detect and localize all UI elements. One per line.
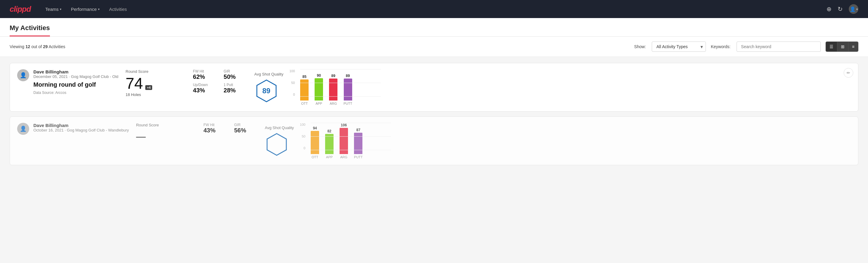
avatar-chevron: ▾ xyxy=(856,7,858,11)
score-badge: +4 xyxy=(145,85,152,90)
page-header: My Activities xyxy=(0,18,868,37)
quality-label: Avg Shot Quality xyxy=(254,72,284,77)
round-score-label: Round Score xyxy=(126,69,186,74)
round-score-label: Round Score xyxy=(136,123,196,127)
gir-label: GIR xyxy=(224,69,247,74)
nav-actions: ⊕ ↻ 👤 ▾ xyxy=(827,4,858,14)
keywords-label: Keywords: xyxy=(711,44,730,49)
avatar: 👤 xyxy=(17,123,29,135)
updown-metric: Up/Down 43% xyxy=(193,83,217,94)
activities-content: 👤 Dave Billingham December 05, 2021 · Go… xyxy=(0,57,868,176)
oneputt-metric: 1 Putt 28% xyxy=(224,83,247,94)
nav-activities[interactable]: Activities xyxy=(109,5,127,13)
filter-bar: Viewing 12 out of 29 Activities Show: Al… xyxy=(0,37,868,57)
bar-chart: 10050085OTT90APP89ARG89PUTT xyxy=(289,69,380,105)
list-condensed-view-button[interactable]: ☰ xyxy=(826,42,837,52)
activity-card: 👤 Dave Billingham December 05, 2021 · Go… xyxy=(10,63,858,112)
show-label: Show: xyxy=(634,44,646,49)
fw-hit-label: FW Hit xyxy=(203,123,227,127)
round-score-section: Round Score 74 +4 18 Holes xyxy=(126,69,186,97)
avatar-icon: 👤 xyxy=(850,6,856,12)
score-value: — xyxy=(136,129,146,141)
player-name: Dave Billingham xyxy=(33,123,129,128)
count-total: 29 xyxy=(43,44,48,49)
quality-col: Avg Shot Quality xyxy=(265,125,294,156)
viewing-count-text: Viewing 12 out of 29 Activities xyxy=(10,44,629,49)
fw-hit-value: 62% xyxy=(193,74,217,80)
grid-view-button[interactable]: ⊞ xyxy=(837,42,848,52)
activity-title: Morning round of golf xyxy=(33,81,119,88)
data-source: Data Source: Arccos xyxy=(33,91,119,95)
activity-date: October 16, 2021 · Gog Magog Golf Club -… xyxy=(33,128,129,133)
gir-label: GIR xyxy=(234,123,257,127)
chevron-down-icon: ▾ xyxy=(60,7,61,11)
avg-shot-quality-section: Avg Shot Quality 89 10050085OTT90APP89AR… xyxy=(254,69,381,105)
nav-performance[interactable]: Performance ▾ xyxy=(71,5,99,13)
quality-col: Avg Shot Quality 89 xyxy=(254,72,284,103)
gir-metric: GIR 56% xyxy=(234,123,257,134)
fw-hit-metric: FW Hit 62% xyxy=(193,69,217,80)
hex-value: 89 xyxy=(262,87,270,95)
count-current: 12 xyxy=(26,44,30,49)
avg-shot-quality-section: Avg Shot Quality 10050094OTT82APP106ARG8… xyxy=(265,123,391,159)
activity-type-dropdown[interactable]: All Activity Types xyxy=(652,41,706,52)
activity-date: December 05, 2021 · Gog Magog Golf Club … xyxy=(33,74,119,79)
fw-hit-metric: FW Hit 43% xyxy=(203,123,227,134)
hex-svg xyxy=(265,133,289,156)
score-row: — xyxy=(136,129,196,141)
search-input[interactable] xyxy=(737,41,821,52)
player-name: Dave Billingham xyxy=(33,69,119,74)
edit-button[interactable]: ✏ xyxy=(844,68,853,78)
score-row: 74 +4 xyxy=(126,76,186,91)
updown-value: 43% xyxy=(193,87,217,94)
gir-metric: GIR 50% xyxy=(224,69,247,80)
card-info: Dave Billingham October 16, 2021 · Gog M… xyxy=(33,123,129,135)
quality-label: Avg Shot Quality xyxy=(265,125,294,130)
activity-type-dropdown-wrapper: All Activity Types xyxy=(652,41,706,52)
oneputt-label: 1 Putt xyxy=(224,83,247,87)
metrics-section: FW Hit 62% GIR 50% Up/Down 43% 1 Putt 28… xyxy=(193,69,247,94)
activity-card: 👤 Dave Billingham October 16, 2021 · Gog… xyxy=(10,116,858,165)
updown-label: Up/Down xyxy=(193,83,217,87)
card-info: Dave Billingham December 05, 2021 · Gog … xyxy=(33,69,119,95)
list-view-button[interactable]: ≡ xyxy=(848,42,858,52)
hex-badge: 89 xyxy=(254,79,279,103)
oneputt-value: 28% xyxy=(224,87,247,94)
score-value: 74 xyxy=(126,76,143,91)
round-score-section: Round Score — xyxy=(136,123,196,142)
hex-badge xyxy=(265,133,289,156)
fw-hit-value: 43% xyxy=(203,127,227,134)
refresh-icon[interactable]: ↻ xyxy=(838,5,843,12)
add-icon[interactable]: ⊕ xyxy=(827,5,832,12)
card-left: 👤 Dave Billingham October 16, 2021 · Gog… xyxy=(17,123,129,135)
gir-value: 56% xyxy=(234,127,257,134)
nav-teams[interactable]: Teams ▾ xyxy=(45,5,61,13)
logo: clippd xyxy=(10,4,31,14)
card-left: 👤 Dave Billingham December 05, 2021 · Go… xyxy=(17,69,119,95)
chevron-down-icon: ▾ xyxy=(98,7,99,11)
avatar-icon: 👤 xyxy=(20,125,27,132)
avatar-icon: 👤 xyxy=(20,72,27,79)
metrics-section: FW Hit 43% GIR 56% xyxy=(203,123,257,134)
avatar: 👤 xyxy=(17,69,29,81)
page-title: My Activities xyxy=(10,24,50,36)
fw-hit-label: FW Hit xyxy=(193,69,217,74)
bar-chart: 10050094OTT82APP106ARG87PUTT xyxy=(300,123,391,159)
gir-value: 50% xyxy=(224,74,247,80)
svg-marker-1 xyxy=(267,134,286,155)
navigation: clippd Teams ▾ Performance ▾ Activities … xyxy=(0,0,868,18)
user-avatar[interactable]: 👤 ▾ xyxy=(849,4,858,14)
view-toggle: ☰ ⊞ ≡ xyxy=(826,41,858,52)
holes-label: 18 Holes xyxy=(126,92,186,97)
